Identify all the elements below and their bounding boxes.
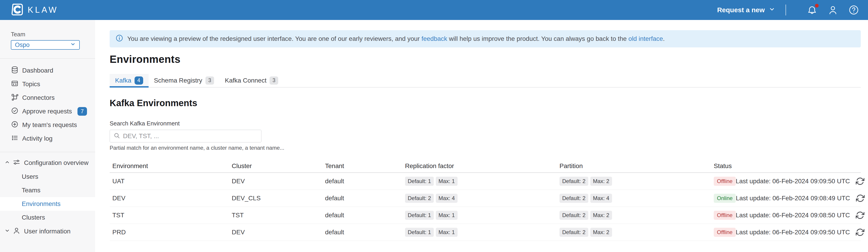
- notification-dot: [815, 4, 818, 7]
- column-header-cluster: Cluster: [232, 162, 325, 170]
- cell-status: Offline Last update: 06-Feb-2024 09:08:5…: [714, 211, 868, 220]
- notifications-button[interactable]: [807, 5, 817, 15]
- search-label: Search Kafka Environment: [110, 120, 861, 127]
- tab-kafka-connect-count-badge: 3: [270, 77, 278, 85]
- sidebar-item-activity-log[interactable]: Activity log: [0, 132, 95, 145]
- partition-max-chip: Max: 2: [590, 177, 612, 186]
- replication-max-chip: Max: 4: [436, 194, 458, 203]
- topics-icon: [11, 80, 19, 89]
- search-box: [110, 130, 261, 142]
- request-a-new-label: Request a new: [717, 6, 765, 14]
- cell-cluster: TST: [232, 212, 325, 219]
- sidebar-item-label: Topics: [22, 81, 40, 88]
- cell-cluster: DEV: [232, 229, 325, 236]
- status-badge: Online: [714, 194, 736, 203]
- partition-max-chip: Max: 2: [590, 211, 612, 220]
- refresh-button[interactable]: [856, 211, 864, 220]
- list-icon: [11, 134, 19, 143]
- sidebar-item-label: Teams: [22, 187, 40, 194]
- sidebar-item-label: Approve requests: [22, 108, 72, 115]
- sidebar-item-teams[interactable]: Teams: [0, 184, 95, 197]
- cell-partition: Default: 2 Max: 4: [559, 194, 714, 203]
- banner-text-part3: .: [663, 35, 665, 42]
- last-update-text: Last update: 06-Feb-2024 09:09:50 UTC: [736, 229, 850, 236]
- header-divider: [785, 4, 786, 16]
- tab-label: Kafka Connect: [225, 77, 267, 84]
- team-select-value: Ospo: [15, 41, 30, 49]
- replication-default-chip: Default: 2: [405, 194, 434, 203]
- approve-requests-badge: 7: [78, 107, 87, 116]
- old-interface-link[interactable]: old interface: [628, 35, 663, 42]
- tab-label: Kafka: [115, 77, 131, 84]
- sidebar-item-clusters[interactable]: Clusters: [0, 211, 95, 224]
- environment-type-tabs: Kafka 4 Schema Registry 3 Kafka Connect …: [110, 74, 861, 88]
- sidebar-section-user-information[interactable]: User information: [0, 224, 95, 239]
- refresh-button[interactable]: [856, 177, 864, 186]
- sidebar-item-users[interactable]: Users: [0, 170, 95, 184]
- cell-cluster: DEV: [232, 177, 325, 185]
- search-hint: Partial match for an environment name, a…: [110, 145, 861, 151]
- klaw-logo[interactable]: KLAW: [10, 3, 58, 17]
- database-icon: [11, 66, 19, 75]
- cell-environment: UAT: [112, 177, 232, 185]
- partition-default-chip: Default: 2: [559, 194, 588, 203]
- cell-status: Offline Last update: 06-Feb-2024 09:09:5…: [714, 177, 868, 186]
- replication-max-chip: Max: 1: [436, 177, 458, 186]
- sidebar-item-label: Dashboard: [22, 67, 53, 74]
- sidebar-item-label: Clusters: [22, 214, 45, 221]
- replication-default-chip: Default: 1: [405, 177, 434, 186]
- status-badge: Offline: [714, 211, 736, 220]
- request-a-new-button[interactable]: Request a new: [717, 6, 775, 14]
- cell-partition: Default: 2 Max: 2: [559, 228, 714, 237]
- help-button[interactable]: [848, 5, 859, 15]
- table-header-row: Environment Cluster Tenant Replication f…: [110, 160, 861, 173]
- sidebar-item-label: Activity log: [22, 135, 53, 142]
- partition-default-chip: Default: 2: [559, 211, 588, 220]
- sidebar-section-label: User information: [24, 228, 70, 235]
- sidebar-item-connectors[interactable]: Connectors: [0, 91, 95, 105]
- klaw-logo-icon: [10, 3, 24, 17]
- status-badge: Offline: [714, 228, 736, 237]
- table-row: TST TST default Default: 1 Max: 1 Defaul…: [110, 207, 861, 224]
- cell-tenant: default: [325, 212, 405, 219]
- replication-default-chip: Default: 1: [405, 228, 434, 237]
- connectors-icon: [11, 93, 19, 103]
- sidebar-item-topics[interactable]: Topics: [0, 77, 95, 91]
- last-update-text: Last update: 06-Feb-2024 09:08:50 UTC: [736, 212, 850, 219]
- sidebar-item-label: Connectors: [22, 94, 55, 102]
- feedback-link[interactable]: feedback: [422, 35, 447, 42]
- chevron-down-icon: [4, 228, 10, 235]
- sidebar-item-label: My team's requests: [22, 121, 77, 129]
- profile-button[interactable]: [828, 5, 838, 15]
- cell-replication-factor: Default: 1 Max: 1: [405, 228, 559, 237]
- sliders-icon: [13, 158, 21, 168]
- sidebar-item-environments[interactable]: Environments: [0, 197, 95, 211]
- refresh-button[interactable]: [856, 194, 865, 202]
- banner-text-part1: You are viewing a preview of the redesig…: [127, 35, 422, 42]
- sidebar-item-dashboard[interactable]: Dashboard: [0, 64, 95, 77]
- logo-text: KLAW: [28, 5, 58, 15]
- sidebar-section-configuration-overview[interactable]: Configuration overview: [0, 156, 95, 170]
- cell-replication-factor: Default: 1 Max: 1: [405, 211, 559, 220]
- refresh-button[interactable]: [856, 228, 864, 236]
- cell-status: Online Last update: 06-Feb-2024 09:08:49…: [714, 194, 868, 203]
- cell-tenant: default: [325, 177, 405, 185]
- sidebar-item-my-teams-requests[interactable]: My team's requests: [0, 118, 95, 132]
- tab-schema-registry[interactable]: Schema Registry 3: [149, 74, 219, 87]
- banner-text: You are viewing a preview of the redesig…: [127, 35, 665, 43]
- sidebar: Team Ospo Dashboard: [0, 20, 95, 252]
- tab-kafka[interactable]: Kafka 4: [110, 74, 149, 87]
- tab-kafka-connect[interactable]: Kafka Connect 3: [219, 74, 284, 87]
- sidebar-item-label: Environments: [22, 200, 60, 207]
- sidebar-section-label: Configuration overview: [24, 159, 89, 167]
- partition-max-chip: Max: 2: [590, 228, 612, 237]
- search-input[interactable]: [123, 133, 257, 140]
- partition-max-chip: Max: 4: [590, 194, 612, 203]
- page-title: Environments: [110, 53, 861, 65]
- sidebar-item-approve-requests[interactable]: Approve requests 7: [0, 105, 95, 118]
- preview-banner: You are viewing a preview of the redesig…: [110, 30, 861, 48]
- replication-max-chip: Max: 1: [436, 211, 458, 220]
- sidebar-item-label: Users: [22, 173, 38, 180]
- table-row: DEV DEV_CLS default Default: 2 Max: 4 De…: [110, 190, 861, 207]
- team-select[interactable]: Ospo: [11, 40, 80, 50]
